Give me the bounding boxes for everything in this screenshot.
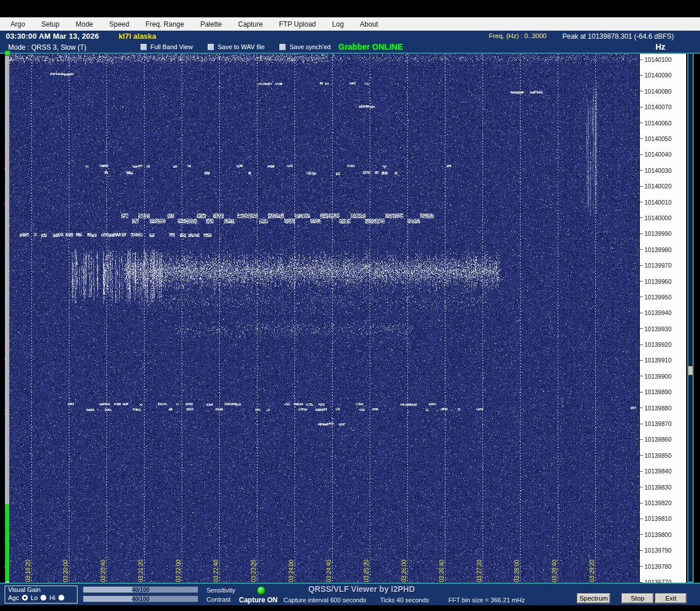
capture-led-icon — [257, 586, 266, 595]
freq-tick-mark — [640, 265, 643, 266]
freq-range-readout: Freq. (Hz) : 0..3000 — [489, 32, 547, 39]
freq-tick-label: 10139860 — [640, 436, 672, 443]
menu-item-palette[interactable]: Palette — [192, 18, 230, 30]
freq-tick-mark — [640, 281, 643, 282]
freq-tick-label: 10140030 — [640, 167, 672, 174]
menu-item-ftp-upload[interactable]: FTP Upload — [271, 18, 324, 30]
freq-tick-mark — [640, 186, 643, 187]
menu-item-argo[interactable]: Argo — [2, 18, 33, 30]
checkbox-box-icon[interactable] — [141, 44, 147, 50]
spectrum-button[interactable]: Spectrum — [577, 593, 610, 603]
freq-tick-label: 10139890 — [640, 388, 672, 395]
freq-tick-label: 10139940 — [640, 309, 672, 316]
freq-tick-mark — [640, 360, 643, 361]
frequency-scale: 1014010010140090101400801014007010140060… — [640, 54, 686, 584]
contrast-slider[interactable]: 40/100 — [83, 595, 198, 602]
mode-label: Mode : QRSS 3, Slow (T) — [8, 43, 86, 51]
freq-tick-mark — [640, 503, 643, 503]
freq-tick-label: 10140070 — [640, 103, 672, 110]
freq-tick-label: 10139810 — [640, 515, 672, 522]
freq-tick-label: 10139970 — [640, 262, 672, 269]
freq-tick-mark — [640, 202, 643, 202]
freq-tick-label: 10139910 — [640, 357, 672, 364]
radio-agc[interactable] — [22, 595, 28, 601]
capture-status: Capture ON — [239, 596, 278, 604]
checkbox-box-icon[interactable] — [208, 44, 214, 50]
freq-tick-mark — [640, 107, 643, 108]
freq-tick-mark — [640, 328, 643, 329]
radio-hi[interactable] — [58, 595, 64, 601]
freq-tick-mark — [640, 154, 643, 155]
visual-gain-options: AgcLoHi — [8, 594, 64, 601]
freq-tick-label: 10139780 — [640, 563, 672, 570]
freq-tick-label: 10140020 — [640, 183, 672, 190]
freq-tick-label: 10140100 — [640, 56, 672, 63]
radio-label-agc: Agc — [8, 594, 19, 601]
slider-value: 40/100 — [83, 587, 198, 593]
freq-tick-mark — [640, 217, 643, 218]
checkbox-save-synch-ed[interactable]: Save synch'ed — [279, 43, 330, 50]
menu-item-log[interactable]: Log — [324, 18, 352, 30]
argo-window: ArgoSetupModeSpeedFreq. RangePaletteCapt… — [0, 0, 700, 611]
freq-tick-mark — [640, 550, 643, 551]
freq-tick-label: 10140010 — [640, 199, 672, 206]
freq-tick-label: 10140050 — [640, 135, 672, 142]
freq-tick-mark — [640, 471, 643, 472]
freq-tick-label: 10140060 — [640, 120, 672, 127]
mode-bar: Mode : QRSS 3, Slow (T) Full Band ViewSa… — [0, 42, 700, 54]
freq-tick-label: 10139960 — [640, 278, 672, 285]
sensitivity-slider[interactable]: 40/100 — [83, 586, 198, 593]
app-title: QRSS/VLF Viewer by I2PHD — [292, 584, 431, 594]
header-bar: 03:30:00 AM Mar 13, 2026 kl7l alaska Fre… — [0, 31, 700, 42]
capture-interval-label: Capture interval 600 seconds — [283, 597, 366, 603]
freq-tick-mark — [640, 313, 643, 313]
menu-bar: ArgoSetupModeSpeedFreq. RangePaletteCapt… — [0, 17, 700, 31]
titlebar-strip — [0, 0, 700, 17]
freq-tick-label: 10139870 — [640, 420, 672, 427]
freq-tick-mark — [640, 566, 643, 566]
freq-tick-mark — [640, 455, 643, 456]
freq-tick-mark — [640, 138, 643, 139]
sensitivity-label: Sensitivity — [207, 587, 235, 594]
checkbox-save-to-wav-file[interactable]: Save to WAV file — [208, 43, 264, 50]
contrast-label: Contrast — [207, 596, 231, 603]
freq-tick-mark — [640, 75, 643, 76]
freq-axis-unit: Hz — [655, 42, 665, 51]
frequency-scrollbar[interactable] — [687, 54, 694, 583]
freq-tick-mark — [640, 392, 643, 392]
freq-tick-label: 10139820 — [640, 499, 672, 506]
station-label: kl7l alaska — [119, 32, 156, 40]
exit-button[interactable]: Exit — [655, 593, 687, 603]
radio-lo[interactable] — [40, 595, 46, 601]
freq-tick-label: 10139840 — [640, 468, 672, 475]
checkbox-row: Full Band ViewSave to WAV fileSave synch… — [141, 43, 331, 50]
checkbox-full-band-view[interactable]: Full Band View — [141, 43, 193, 50]
freq-tick-mark — [640, 249, 643, 250]
capture-progress-marker — [5, 51, 10, 55]
capture-progress-track — [5, 56, 9, 504]
freq-tick-mark — [640, 345, 643, 345]
freq-tick-mark — [640, 439, 643, 440]
menu-item-speed[interactable]: Speed — [101, 18, 138, 30]
menu-item-capture[interactable]: Capture — [230, 18, 271, 30]
freq-tick-label: 10140090 — [640, 72, 672, 79]
menu-item-mode[interactable]: Mode — [68, 18, 101, 30]
checkbox-box-icon[interactable] — [279, 44, 286, 50]
freq-tick-mark — [640, 487, 643, 487]
scrollbar-thumb[interactable] — [688, 366, 693, 375]
freq-tick-label: 10139930 — [640, 325, 672, 332]
stop-button[interactable]: Stop — [621, 593, 654, 603]
menu-item-setup[interactable]: Setup — [33, 18, 67, 30]
menu-item-about[interactable]: About — [352, 18, 386, 30]
freq-tick-mark — [640, 170, 643, 171]
freq-tick-mark — [640, 424, 643, 424]
freq-tick-mark — [640, 408, 643, 408]
waterfall-spectrogram — [5, 54, 639, 584]
freq-tick-mark — [640, 123, 643, 123]
freq-tick-mark — [640, 376, 643, 376]
freq-tick-label: 10140080 — [640, 88, 672, 95]
freq-tick-label: 10140000 — [640, 214, 672, 221]
menu-item-freq-range[interactable]: Freq. Range — [137, 18, 192, 30]
freq-tick-mark — [640, 234, 643, 234]
freq-tick-label: 10139980 — [640, 246, 672, 253]
